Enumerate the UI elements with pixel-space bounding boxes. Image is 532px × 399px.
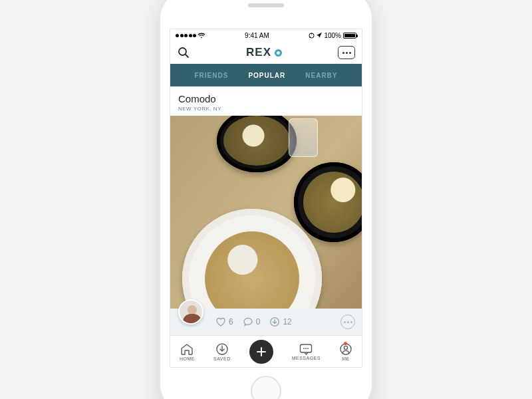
post-actions: 6 0 12 [170,309,362,335]
brand-logo: REX [246,46,282,59]
top-bar: REX [170,41,362,64]
tab-friends[interactable]: FRIENDS [194,72,228,79]
status-bar: 9:41 AM 100% [170,29,362,41]
nav-messages-label: MESSAGES [292,356,321,360]
search-icon[interactable] [177,46,190,59]
author-avatar[interactable] [178,299,203,325]
post-photo[interactable] [170,116,362,309]
feed-tabs: FRIENDS POPULAR NEARBY [170,64,362,86]
tab-popular[interactable]: POPULAR [248,72,285,79]
messages-button[interactable] [338,46,355,59]
like-count: 6 [229,317,233,327]
saved-icon [215,342,229,356]
brand-mark-icon [275,49,282,57]
plus-icon [255,346,267,358]
comment-count: 0 [256,317,261,327]
home-button[interactable] [251,376,281,399]
bottom-nav: HOME SAVED MESSAGES [170,335,362,367]
more-button[interactable] [340,315,355,329]
nav-home[interactable]: HOME [180,342,195,361]
battery-icon [343,33,356,39]
nav-messages[interactable]: MESSAGES [292,343,321,360]
svg-line-2 [186,55,188,57]
messages-icon [299,343,313,355]
like-button[interactable]: 6 [215,317,233,327]
save-count: 12 [283,317,291,327]
nav-saved-label: SAVED [213,356,231,361]
home-icon [180,342,194,356]
post-location: NEW YORK, NY [178,106,354,112]
svg-point-10 [344,346,347,349]
download-icon [269,317,280,327]
location-icon [317,33,322,38]
svg-point-1 [179,48,186,55]
heart-icon [215,317,226,327]
tab-nearby[interactable]: NEARBY [305,72,337,79]
svg-point-8 [307,348,309,349]
svg-point-6 [303,348,305,349]
comment-button[interactable]: 0 [243,317,261,327]
svg-point-7 [305,348,307,349]
post-title: Comodo [178,93,354,104]
orientation-lock-icon [309,33,315,39]
signal-dots-icon [176,33,205,39]
nav-me-label: ME [342,356,350,361]
wifi-icon [198,33,205,39]
phone-frame: 9:41 AM 100% REX FRIENDS [160,0,372,399]
nav-me[interactable]: ME [339,342,352,361]
nav-home-label: HOME [180,356,195,361]
nav-saved[interactable]: SAVED [213,342,231,361]
battery-percent: 100% [324,32,341,39]
save-button[interactable]: 12 [269,317,291,327]
post-header[interactable]: Comodo NEW YORK, NY [170,86,362,116]
status-time: 9:41 AM [245,32,269,39]
screen: 9:41 AM 100% REX FRIENDS [170,29,362,368]
notification-dot-icon [344,342,347,345]
brand-text: REX [246,46,271,59]
comment-icon [243,317,253,327]
nav-add-button[interactable] [249,340,273,364]
